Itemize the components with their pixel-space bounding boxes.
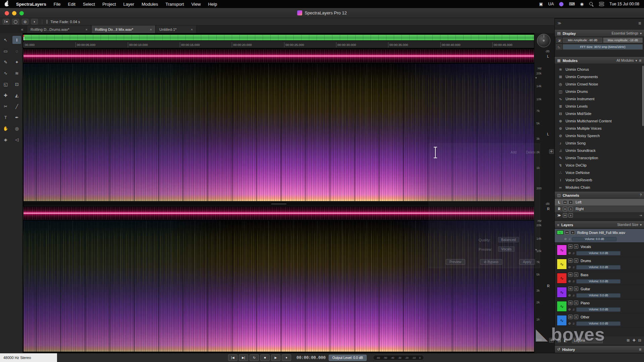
- mute-toggle[interactable]: m: [568, 315, 573, 319]
- module-voice-dereverb[interactable]: ≀Voice DeReverb: [555, 176, 644, 184]
- playback-tool[interactable]: ◁: [12, 135, 21, 143]
- menu-edit[interactable]: Edit: [68, 2, 75, 7]
- status-app-icon[interactable]: [559, 2, 564, 6]
- layer-drums[interactable]: ∿ m s Drums ⊘ ♫ Volume: 0.0 dB: [555, 257, 644, 271]
- layer-thumbnail[interactable]: ∿: [557, 301, 567, 312]
- rectangle-selection-tool[interactable]: ▭: [1, 47, 10, 55]
- pen-tool[interactable]: ✒: [12, 113, 21, 121]
- layer-fx-icon[interactable]: ♫: [573, 294, 575, 297]
- module-unmix-multiple-voices[interactable]: ⊚Unmix Multiple Voices: [555, 125, 644, 132]
- brush-selection-tool[interactable]: ✎: [1, 58, 10, 66]
- module-unmix-crowd-noise[interactable]: ◎Unmix Crowd Noise: [555, 80, 644, 88]
- solo-toggle[interactable]: s: [574, 315, 578, 319]
- menu-project[interactable]: Project: [102, 2, 116, 7]
- solo-toggle[interactable]: s: [569, 213, 573, 218]
- layer-piano[interactable]: ∿ m s Piano ⊘ ♫ Volume: 0.0 dB: [555, 299, 644, 313]
- selection-mode-add-button[interactable]: ◎: [22, 19, 29, 24]
- chevron-down-icon[interactable]: ▾: [640, 32, 642, 35]
- menu-app-name[interactable]: SpectraLayers: [16, 2, 46, 7]
- module-voice-declip[interactable]: ↯Voice DeClip: [555, 162, 644, 169]
- user-icon[interactable]: ◉: [580, 2, 584, 6]
- layer-volume-field[interactable]: Volume: 0.0 dB: [576, 293, 621, 298]
- preset-delete-button[interactable]: Delete: [526, 150, 536, 154]
- menu-file[interactable]: File: [54, 2, 61, 7]
- layer-volume-field[interactable]: Volume: 0.0 dB: [576, 265, 621, 269]
- menu-layer[interactable]: Layer: [123, 2, 135, 7]
- mute-toggle[interactable]: m: [568, 301, 573, 305]
- skip-to-start-button[interactable]: |◀: [228, 354, 237, 361]
- tab-drums[interactable]: Rollling D...Drums.wav* ×: [27, 25, 91, 33]
- mute-toggle[interactable]: m: [568, 287, 573, 291]
- pointer-tool[interactable]: ↖: [1, 36, 10, 44]
- harmonics-selection-tool[interactable]: ≋: [12, 69, 21, 77]
- zoom-control-icon[interactable]: ✛: [549, 149, 554, 154]
- chevron-down-icon[interactable]: ▾: [640, 223, 642, 227]
- close-icon[interactable]: ×: [150, 27, 152, 32]
- input-language-badge[interactable]: UA: [548, 2, 554, 6]
- module-unmix-instrument[interactable]: ∿Unmix Instrument: [555, 95, 644, 103]
- help-icon[interactable]: ?: [640, 193, 642, 197]
- min-amplitude-field[interactable]: Min Amplitude: -90 dB: [563, 38, 602, 43]
- solo-toggle[interactable]: s: [574, 244, 578, 249]
- layer-fx-icon[interactable]: ♫: [573, 280, 575, 283]
- module-unmix-noisy-speech[interactable]: ⊘Unmix Noisy Speech: [555, 132, 644, 139]
- channel-master-row[interactable]: ≫ m s ⇥: [555, 212, 644, 218]
- module-unmix-soundtrack[interactable]: ♫Unmix Soundtrack: [555, 147, 644, 154]
- layer-volume-field[interactable]: Volume: 0.0 dB: [576, 251, 621, 255]
- zoom-tool[interactable]: ◎: [12, 124, 21, 132]
- mute-toggle[interactable]: m: [565, 230, 569, 235]
- mute-toggle[interactable]: m: [568, 258, 573, 263]
- module-unmix-components[interactable]: ⊞Unmix Components: [555, 73, 644, 80]
- layer-volume-field[interactable]: Volume: 0.0 dB: [576, 279, 621, 284]
- selection-mode-replace-button[interactable]: ◯: [12, 19, 19, 24]
- solo-toggle[interactable]: s: [574, 287, 578, 291]
- mute-toggle[interactable]: m: [563, 207, 567, 211]
- chevron-down-icon[interactable]: ▾: [636, 59, 637, 62]
- layer-bypass-icon[interactable]: ⊘: [564, 237, 567, 241]
- solo-toggle[interactable]: s: [574, 301, 578, 305]
- module-modules-chain[interactable]: ∞Modules Chain: [555, 184, 644, 191]
- modules-menu-icon[interactable]: ≣: [639, 59, 642, 62]
- layer-fx-icon[interactable]: ♫: [573, 308, 575, 311]
- layer-thumbnail[interactable]: ∿: [557, 287, 567, 298]
- amplify-tool[interactable]: ◭: [12, 91, 21, 99]
- mute-toggle[interactable]: m: [563, 200, 567, 204]
- layer-thumbnail[interactable]: ∿: [557, 230, 564, 235]
- output-level-field[interactable]: Output Level: 0.0 dB: [329, 355, 367, 361]
- layer-bypass-icon[interactable]: ⊘: [568, 251, 571, 255]
- module-unmix-multichannel[interactable]: ⊕Unmix Multichannel Content: [555, 117, 644, 125]
- hand-tool[interactable]: ✋: [1, 124, 10, 132]
- loop-button[interactable]: ↻: [250, 354, 259, 361]
- display-preset-dropdown[interactable]: Essential Settings: [611, 32, 638, 35]
- history-menu-icon[interactable]: ≣: [639, 348, 642, 351]
- jog-wheel[interactable]: [537, 34, 550, 47]
- module-unmix-drums[interactable]: ◫Unmix Drums: [555, 88, 644, 95]
- layer-fx-icon[interactable]: ♫: [573, 251, 575, 255]
- layers-size-dropdown[interactable]: Standard Size: [617, 223, 638, 227]
- module-unmix-chorus[interactable]: ≋Unmix Chorus: [555, 66, 644, 73]
- time-ruler[interactable]: 00.000 00:00:05.000 00:00:10.000 00:00:1…: [23, 41, 534, 48]
- tab-scroll-icon[interactable]: «: [17, 25, 27, 33]
- menu-transport[interactable]: Transport: [165, 2, 184, 7]
- menu-select[interactable]: Select: [83, 2, 95, 7]
- display-section-header[interactable]: ▤ Display Essential Settings ▾: [555, 30, 644, 37]
- chevron-down-icon[interactable]: ▾: [535, 76, 537, 79]
- record-button[interactable]: ●: [282, 354, 291, 361]
- layer-volume-field[interactable]: Volume: 0.0 dB: [572, 237, 616, 241]
- playhead-time-display[interactable]: 00:00:00.000: [297, 355, 326, 360]
- bypass-toggle[interactable]: ⊘ Bypass: [480, 259, 502, 265]
- text-tool[interactable]: T: [1, 113, 10, 121]
- fft-size-field[interactable]: FFT Size: 3072 smp (64ms/16Hz): [563, 44, 643, 50]
- solo-toggle[interactable]: s: [574, 258, 578, 263]
- max-amplitude-field[interactable]: Max Amplitude: -18 dB: [603, 38, 643, 43]
- heal-tool[interactable]: ✚: [1, 91, 10, 99]
- add-layer-icon[interactable]: ✚: [633, 338, 636, 343]
- layer-volume-field[interactable]: Volume: 0.0 dB: [576, 307, 621, 312]
- apply-button[interactable]: Apply: [519, 259, 535, 265]
- routing-icon[interactable]: ⇥: [639, 214, 642, 217]
- layer-bypass-icon[interactable]: ⊘: [568, 265, 571, 269]
- close-icon[interactable]: ×: [191, 27, 193, 32]
- screen-mirroring-icon[interactable]: ▣: [539, 2, 543, 6]
- tab-full-mix[interactable]: Rollling Do...ll Mix.wav* ×: [91, 25, 156, 33]
- time-fade-label[interactable]: Time Fade: 0.04 s: [50, 20, 80, 24]
